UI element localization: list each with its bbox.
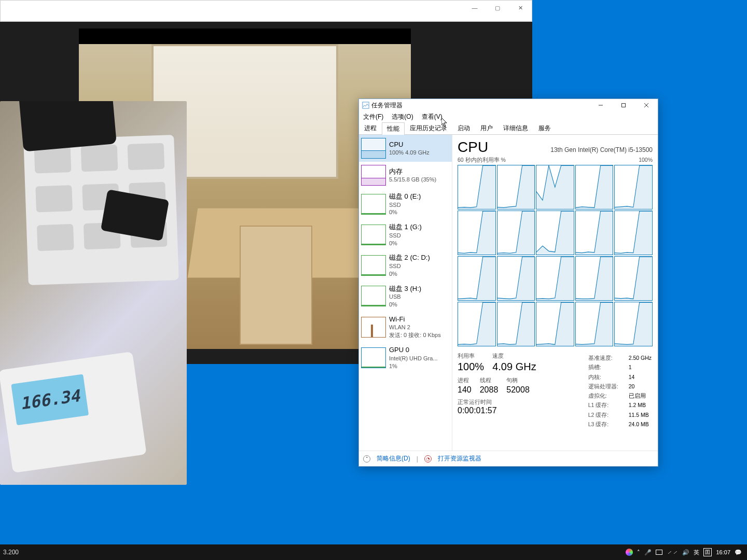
svg-marker-16 (497, 257, 535, 300)
maximize-button[interactable] (612, 99, 635, 111)
threads-label: 线程 (480, 377, 499, 384)
ime-lang[interactable]: 英 (694, 549, 699, 556)
core-graph-2 (536, 165, 574, 209)
handles-label: 句柄 (506, 377, 530, 384)
core-graph-7 (536, 211, 574, 255)
uptime-label: 正常运行时间 (458, 399, 536, 406)
core-graph-5 (458, 211, 496, 255)
cpu-core-grid[interactable] (458, 165, 653, 346)
sidebar-item-disk-5[interactable]: 磁盘 3 (H:)USB0% (359, 281, 452, 312)
taskmgr-title: 任务管理器 (371, 101, 403, 110)
svg-marker-8 (576, 165, 613, 209)
brief-link[interactable]: 简略信息(D) (377, 454, 410, 463)
taskbar[interactable]: 3.200 ˄ 🎤 ⟋⟋ 🔊 英 囯 16:07 💬 (0, 544, 747, 560)
tray-app-icon[interactable] (626, 549, 633, 556)
svg-marker-20 (458, 302, 495, 346)
svg-marker-21 (497, 302, 535, 346)
sidebar-item-mem-1[interactable]: 内存5.5/15.8 GB (35%) (359, 162, 452, 189)
sidebar-item-disk-3[interactable]: 磁盘 1 (G:)SSD0% (359, 219, 452, 250)
core-graph-12 (536, 256, 574, 301)
menu-options[interactable]: 选项(O) (391, 112, 414, 122)
speed-label: 速度 (492, 353, 536, 360)
core-graph-16 (497, 302, 535, 346)
taskmgr-titlebar[interactable]: 任务管理器 (359, 99, 658, 111)
speed-value: 4.09 GHz (492, 361, 536, 373)
svg-marker-17 (536, 257, 574, 300)
sidebar-item-disk-4[interactable]: 磁盘 2 (C: D:)SSD0% (359, 250, 452, 281)
taskmgr-menubar: 文件(F) 选项(O) 查看(V) (359, 111, 658, 122)
ime-layout[interactable]: 囯 (703, 548, 712, 556)
microphone-icon[interactable]: 🎤 (644, 549, 652, 556)
menu-view[interactable]: 查看(V) (421, 112, 444, 122)
svg-marker-15 (458, 257, 495, 300)
util-label: 利用率 (458, 353, 484, 360)
wifi-icon[interactable]: ⟋⟋ (667, 549, 678, 555)
chevron-up-icon[interactable]: ˄ (637, 549, 640, 556)
core-graph-18 (575, 302, 614, 346)
minimize-button[interactable]: — (463, 1, 486, 15)
core-graph-9 (614, 211, 653, 255)
core-graph-6 (497, 211, 535, 255)
tab-3[interactable]: 启动 (452, 122, 475, 134)
core-graph-15 (458, 302, 496, 346)
cpu-info-table: 基准速度:2.50 GHz插槽:1内核:14逻辑处理器:20虚拟化:已启用L1 … (587, 353, 653, 429)
graph-label-left: 60 秒内的利用率 % (458, 157, 506, 164)
embedded-photo: 166.34 (0, 101, 187, 485)
minimize-button[interactable] (589, 99, 612, 111)
tab-2[interactable]: 应用历史记录 (405, 122, 452, 134)
svg-marker-9 (615, 165, 652, 209)
core-graph-11 (497, 256, 535, 301)
resmon-icon: ◔ (424, 455, 432, 463)
power-meter-reading: 166.34 (19, 386, 81, 414)
core-graph-3 (575, 165, 614, 209)
util-value: 100% (458, 361, 484, 373)
tab-6[interactable]: 服务 (533, 122, 556, 134)
tab-0[interactable]: 进程 (359, 122, 382, 134)
core-graph-13 (575, 256, 614, 301)
volume-icon[interactable]: 🔊 (682, 549, 689, 556)
svg-marker-5 (458, 165, 495, 209)
svg-marker-23 (576, 302, 613, 346)
svg-marker-18 (576, 257, 613, 300)
svg-marker-11 (497, 211, 535, 255)
cpu-model: 13th Gen Intel(R) Core(TM) i5-13500 (550, 146, 653, 153)
task-manager-window: 任务管理器 文件(F) 选项(O) 查看(V) 进程性能应用历史记录启动用户详细… (358, 99, 658, 467)
sidebar-item-gpu-7[interactable]: GPU 0Intel(R) UHD Gra...1% (359, 342, 452, 373)
tab-5[interactable]: 详细信息 (498, 122, 533, 134)
taskmgr-icon (362, 102, 369, 109)
tab-4[interactable]: 用户 (475, 122, 498, 134)
tab-1[interactable]: 性能 (382, 122, 405, 135)
perf-main: CPU 13th Gen Intel(R) Core(TM) i5-13500 … (452, 135, 658, 451)
proc-value: 140 (458, 385, 472, 395)
background-window-titlebar: — ▢ ✕ (0, 0, 532, 22)
maximize-button[interactable]: ▢ (486, 1, 509, 15)
svg-marker-19 (615, 257, 652, 300)
cpu-heading: CPU (458, 139, 488, 156)
svg-marker-22 (536, 302, 574, 346)
monitor-icon[interactable] (656, 550, 662, 555)
power-meter-device: 166.34 (0, 352, 147, 473)
core-graph-8 (575, 211, 614, 255)
collapse-icon[interactable]: ˄ (363, 455, 370, 463)
notification-icon[interactable]: 💬 (735, 549, 742, 556)
core-graph-17 (536, 302, 574, 346)
system-tray: ˄ 🎤 ⟋⟋ 🔊 英 囯 16:07 💬 (626, 548, 747, 556)
core-graph-0 (458, 165, 496, 209)
graph-label-right: 100% (639, 157, 653, 164)
svg-marker-14 (615, 211, 652, 255)
clock[interactable]: 16:07 (716, 549, 730, 555)
core-graph-10 (458, 256, 496, 301)
proc-label: 进程 (458, 377, 472, 384)
taskbar-version: 3.200 (0, 549, 19, 556)
sidebar-item-disk-2[interactable]: 磁盘 0 (E:)SSD0% (359, 189, 452, 219)
uptime-value: 0:00:01:57 (458, 406, 536, 415)
close-button[interactable] (635, 99, 658, 111)
sidebar-item-net-6[interactable]: Wi-FiWLAN 2发送: 0 接收: 0 Kbps (359, 312, 452, 342)
sidebar-item-cpu-0[interactable]: CPU100% 4.09 GHz (359, 135, 452, 162)
resmon-link[interactable]: 打开资源监视器 (438, 454, 481, 463)
menu-file[interactable]: 文件(F) (362, 112, 384, 122)
svg-marker-6 (497, 165, 535, 209)
core-graph-1 (497, 165, 535, 209)
svg-marker-12 (536, 211, 574, 255)
close-button[interactable]: ✕ (509, 1, 532, 15)
